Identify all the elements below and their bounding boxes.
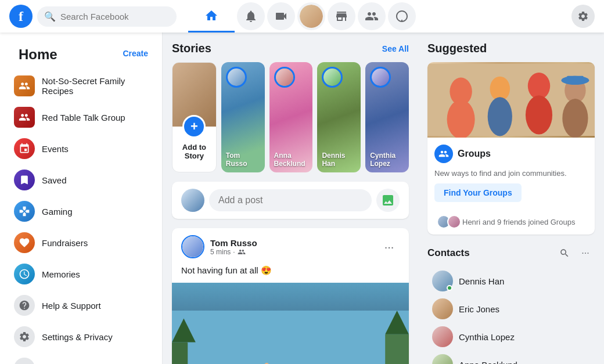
- add-story-card[interactable]: + Add to Story: [172, 62, 217, 172]
- sidebar-item-memories-label: Memories: [42, 269, 80, 279]
- contacts-more-button[interactable]: ···: [576, 244, 595, 262]
- story-name-tom: Tom Russo: [221, 152, 265, 168]
- contacts-search-icon: [559, 248, 570, 258]
- marketplace-nav-button[interactable]: [328, 2, 355, 30]
- main-feed: Stories See All + Add to Story: [163, 33, 418, 364]
- contact-name-cynthia: Cynthia Lopez: [459, 332, 515, 342]
- contact-item-cynthia[interactable]: Cynthia Lopez: [427, 323, 595, 351]
- settings-privacy-icon: [14, 326, 35, 347]
- svg-point-17: [528, 73, 550, 99]
- contact-avatar-cynthia: [432, 326, 453, 347]
- friends-icon: [238, 248, 246, 256]
- story-card-cynthia[interactable]: Cynthia Lopez: [365, 62, 409, 172]
- post-author-avatar: [181, 235, 204, 258]
- post-more-button[interactable]: ···: [379, 236, 400, 257]
- sidebar-item-saved[interactable]: Saved: [5, 165, 157, 195]
- friends-joined: Henri and 9 friends joined Groups: [427, 209, 595, 235]
- photo-icon: [381, 193, 395, 207]
- contacts-section: Contacts ··· Dennis Han: [427, 244, 595, 364]
- svg-rect-1: [172, 342, 188, 364]
- post-meta: 5 mins ·: [210, 248, 257, 256]
- svg-rect-2: [385, 334, 409, 364]
- store-icon: [335, 9, 348, 23]
- contact-name-dennis: Dennis Han: [459, 276, 504, 286]
- group2-icon: [19, 111, 30, 123]
- see-all-stories-link[interactable]: See All: [382, 44, 409, 53]
- events-icon: [14, 138, 35, 159]
- sidebar-title: Home: [9, 42, 67, 65]
- messenger-nav-button[interactable]: [388, 2, 416, 30]
- post-text: Not having fun at all 😍: [172, 265, 409, 283]
- gaming-icon: [14, 201, 35, 222]
- home-nav-button[interactable]: [188, 0, 235, 33]
- groups-logo-icon: [434, 145, 453, 163]
- home-icon: [204, 9, 218, 23]
- contact-name-eric: Eric Jones: [459, 304, 499, 314]
- sidebar-item-see-more[interactable]: See More ▾: [5, 353, 157, 364]
- post-text-content: Not having fun at all 😍: [181, 265, 272, 275]
- contacts-search-button[interactable]: [555, 244, 574, 262]
- groups-card-description: New ways to find and join communities.: [434, 169, 588, 178]
- help-circle-icon: [19, 300, 30, 311]
- groups-card-body: Groups New ways to find and join communi…: [427, 138, 595, 209]
- story-card-tom[interactable]: Tom Russo: [221, 62, 265, 172]
- calendar-icon: [19, 143, 30, 154]
- video-icon: [274, 9, 288, 23]
- story-name-dennis: Dennis Han: [317, 152, 361, 168]
- post-compose-box: [172, 182, 409, 219]
- contact-item-eric[interactable]: Eric Jones: [427, 295, 595, 323]
- groups-icon: [365, 9, 379, 23]
- sidebar-item-family-recipes[interactable]: Not-So-Secret Family Recipes: [5, 71, 157, 101]
- search-bar-container[interactable]: 🔍: [37, 6, 177, 27]
- sidebar-item-gaming[interactable]: Gaming: [5, 196, 157, 226]
- story-name-cynthia: Cynthia Lopez: [365, 152, 409, 168]
- suggested-title: Suggested: [427, 42, 595, 55]
- sidebar-item-fundraisers[interactable]: Fundraisers: [5, 228, 157, 258]
- story-card-dennis[interactable]: Dennis Han: [317, 62, 361, 172]
- add-photo-button[interactable]: [376, 189, 400, 212]
- family-recipes-icon: [14, 75, 35, 96]
- search-input[interactable]: [60, 12, 170, 21]
- top-navigation: f 🔍: [0, 0, 604, 33]
- fb-logo-letter: f: [19, 9, 23, 24]
- sidebar-item-red-table[interactable]: Red Table Talk Group: [5, 102, 157, 132]
- contacts-title: Contacts: [427, 247, 470, 259]
- sidebar-header: Home Create: [0, 37, 162, 70]
- profile-nav-button[interactable]: [297, 2, 325, 30]
- find-groups-button[interactable]: Find Your Groups: [434, 183, 522, 202]
- gear-icon: [577, 10, 589, 22]
- svg-point-20: [562, 99, 588, 138]
- settings-button[interactable]: [571, 5, 595, 28]
- story-card-anna[interactable]: Anna Becklund: [269, 62, 313, 172]
- contacts-more-icon: ···: [581, 248, 589, 258]
- sidebar-item-red-table-label: Red Table Talk Group: [42, 113, 125, 122]
- add-story-label: Add to Story: [172, 143, 216, 160]
- sidebar-item-events[interactable]: Events: [5, 134, 157, 164]
- contact-avatar-anna: [432, 354, 453, 364]
- svg-rect-22: [567, 76, 584, 82]
- friend-avatar-2: [447, 215, 461, 229]
- contact-item-dennis[interactable]: Dennis Han: [427, 267, 595, 295]
- bell-icon: [244, 9, 258, 23]
- friends-joined-text: Henri and 9 friends joined Groups: [462, 218, 575, 226]
- groups-nav-button[interactable]: [358, 2, 386, 30]
- online-indicator-dennis: [447, 285, 452, 291]
- stories-header: Stories See All: [172, 42, 409, 55]
- help-icon: [14, 295, 35, 316]
- topnav-right: [420, 5, 595, 28]
- gamepad-icon: [19, 206, 30, 217]
- sidebar-item-memories[interactable]: Memories: [5, 259, 157, 289]
- sidebar-item-help[interactable]: Help & Support: [5, 290, 157, 320]
- story-avatar-tom: [226, 67, 247, 88]
- svg-point-16: [488, 97, 512, 136]
- facebook-logo[interactable]: f: [9, 5, 33, 28]
- post-compose-row: [181, 189, 400, 212]
- sidebar-item-settings[interactable]: Settings & Privacy: [5, 322, 157, 352]
- search-icon: 🔍: [44, 11, 56, 22]
- video-nav-button[interactable]: [267, 2, 295, 30]
- contact-item-anna[interactable]: Anna Becklund: [427, 351, 595, 364]
- post-input[interactable]: [209, 189, 372, 211]
- notifications-nav-button[interactable]: [237, 2, 265, 30]
- sidebar-item-settings-label: Settings & Privacy: [42, 332, 113, 342]
- create-button[interactable]: Create: [118, 46, 153, 60]
